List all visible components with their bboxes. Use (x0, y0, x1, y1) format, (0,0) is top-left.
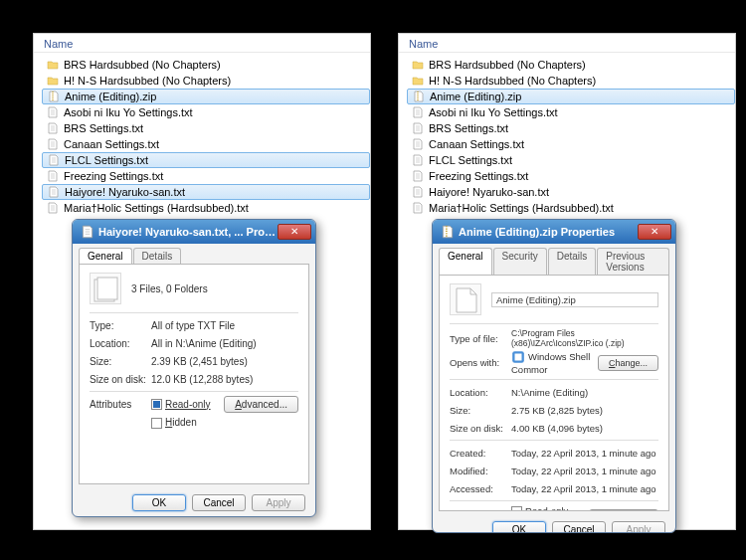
file-row[interactable]: H! N-S Hardsubbed (No Chapters) (407, 73, 735, 89)
column-header[interactable]: Name (34, 34, 370, 53)
zip-icon (412, 90, 426, 103)
column-header[interactable]: Name (399, 34, 735, 53)
txt-icon (46, 137, 60, 151)
file-name: Canaan Settings.txt (429, 138, 524, 150)
location-value: All in N:\Anime (Editing) (151, 338, 298, 349)
txt-icon (411, 201, 425, 215)
file-name: FLCL Settings.txt (65, 154, 148, 166)
sizeondisk-value: 12.0 KB (12,288 bytes) (151, 374, 298, 385)
zip-icon (441, 225, 455, 239)
properties-dialog-multi: Haiyore! Nyaruko-san.txt, ... Properties… (72, 219, 316, 517)
close-button[interactable]: ✕ (278, 224, 311, 240)
txt-icon (46, 121, 60, 135)
accessed-value: Today, 22 April 2013, 1 minute ago (511, 483, 658, 494)
dialog-body: 3 Files, 0 Folders Type:All of type TXT … (79, 264, 309, 484)
readonly-label[interactable]: Read-only (525, 505, 568, 511)
tab-general[interactable]: General (79, 248, 132, 264)
file-row[interactable]: BRS Hardsubbed (No Chapters) (42, 57, 370, 73)
file-row[interactable]: Asobi ni Iku Yo Settings.txt (407, 104, 735, 120)
cancel-button[interactable]: Cancel (192, 494, 246, 511)
sizeondisk-label: Size on disk: (450, 423, 511, 434)
tab-security[interactable]: Security (493, 248, 547, 275)
created-value: Today, 22 April 2013, 1 minute ago (511, 448, 658, 459)
sizeondisk-label: Size on disk: (90, 374, 151, 385)
file-row[interactable]: Maria†Holic Settings (Hardsubbed).txt (42, 200, 370, 216)
txt-icon (47, 185, 61, 199)
titlebar[interactable]: Haiyore! Nyaruko-san.txt, ... Properties… (73, 220, 315, 244)
file-row[interactable]: FLCL Settings.txt (407, 152, 735, 168)
type-label: Type: (90, 320, 151, 331)
apply-button[interactable]: Apply (612, 521, 665, 533)
file-row[interactable]: Freezing Settings.txt (407, 168, 735, 184)
file-name: Haiyore! Nyaruko-san.txt (65, 186, 185, 198)
modified-label: Modified: (450, 466, 511, 476)
cancel-button[interactable]: Cancel (552, 521, 606, 533)
page-icon (450, 283, 481, 315)
file-row[interactable]: Haiyore! Nyaruko-san.txt (42, 184, 370, 200)
txt-icon (411, 153, 425, 167)
file-name: Asobi ni Iku Yo Settings.txt (429, 106, 558, 118)
file-row[interactable]: Freezing Settings.txt (42, 168, 370, 184)
apply-button[interactable]: Apply (252, 494, 305, 511)
file-row[interactable]: BRS Hardsubbed (No Chapters) (407, 57, 735, 73)
folder-icon (411, 74, 425, 88)
txt-icon (47, 153, 61, 167)
file-row[interactable]: BRS Settings.txt (407, 120, 735, 136)
hidden-checkbox[interactable] (151, 418, 162, 429)
advanced-button[interactable]: Advanced... (589, 509, 658, 511)
txt-icon (46, 105, 60, 119)
readonly-checkbox[interactable] (511, 506, 522, 511)
file-name: BRS Settings.txt (64, 122, 143, 134)
typeoffile-value: C:\Program Files (x86)\IZArc\Icons\ZIP.i… (511, 328, 658, 348)
txt-icon (411, 185, 425, 199)
dialog-buttons: OK Cancel Apply (73, 490, 315, 517)
file-name: Freezing Settings.txt (429, 170, 528, 182)
close-button[interactable]: ✕ (638, 224, 671, 240)
location-label: Location: (90, 338, 151, 349)
filename-field[interactable]: Anime (Editing).zip (491, 292, 658, 307)
txt-icon (46, 169, 60, 183)
txt-icon (46, 201, 60, 215)
location-label: Location: (450, 387, 511, 398)
file-row[interactable]: Asobi ni Iku Yo Settings.txt (42, 104, 370, 120)
file-name: H! N-S Hardsubbed (No Chapters) (64, 75, 231, 87)
tab-strip: GeneralSecurityDetailsPrevious Versions (433, 244, 675, 275)
tab-general[interactable]: General (439, 248, 492, 275)
tab-details[interactable]: Details (548, 248, 597, 275)
txt-icon (411, 137, 425, 151)
file-row[interactable]: Anime (Editing).zip (407, 89, 735, 104)
properties-dialog-single: Anime (Editing).zip Properties ✕ General… (432, 219, 676, 533)
file-row[interactable]: H! N-S Hardsubbed (No Chapters) (42, 73, 370, 89)
hidden-label[interactable]: Hidden (165, 417, 197, 428)
change-button[interactable]: Change... (598, 355, 658, 371)
file-row[interactable]: FLCL Settings.txt (42, 152, 370, 168)
readonly-checkbox[interactable] (151, 399, 162, 410)
file-row[interactable]: Anime (Editing).zip (42, 89, 370, 104)
file-row[interactable]: Haiyore! Nyaruko-san.txt (407, 184, 735, 200)
folder-icon (46, 58, 60, 72)
typeoffile-label: Type of file: (450, 333, 511, 344)
advanced-button[interactable]: Advanced... (224, 396, 298, 413)
file-row[interactable]: BRS Settings.txt (42, 120, 370, 136)
stack-icon (90, 273, 121, 304)
dialog-title: Haiyore! Nyaruko-san.txt, ... Properties (98, 226, 278, 238)
zip-icon (47, 90, 61, 103)
ok-button[interactable]: OK (132, 494, 186, 511)
dialog-buttons: OK Cancel Apply (433, 517, 675, 533)
file-name: Anime (Editing).zip (65, 91, 156, 102)
ok-button[interactable]: OK (492, 521, 546, 533)
app-icon (81, 225, 94, 239)
file-name: H! N-S Hardsubbed (No Chapters) (429, 75, 596, 87)
attributes-label: Attributes (90, 399, 151, 410)
tab-strip: GeneralDetails (73, 244, 315, 264)
dialog-body: Anime (Editing).zip Type of file:C:\Prog… (439, 275, 669, 511)
file-row[interactable]: Canaan Settings.txt (407, 136, 735, 152)
file-row[interactable]: Maria†Holic Settings (Hardsubbed).txt (407, 200, 735, 216)
titlebar[interactable]: Anime (Editing).zip Properties ✕ (433, 220, 675, 244)
file-row[interactable]: Canaan Settings.txt (42, 136, 370, 152)
tab-details[interactable]: Details (133, 248, 182, 264)
tab-previous-versions[interactable]: Previous Versions (597, 248, 669, 275)
summary-text: 3 Files, 0 Folders (131, 283, 208, 294)
txt-icon (411, 105, 425, 119)
readonly-label[interactable]: Read-only (165, 399, 211, 410)
